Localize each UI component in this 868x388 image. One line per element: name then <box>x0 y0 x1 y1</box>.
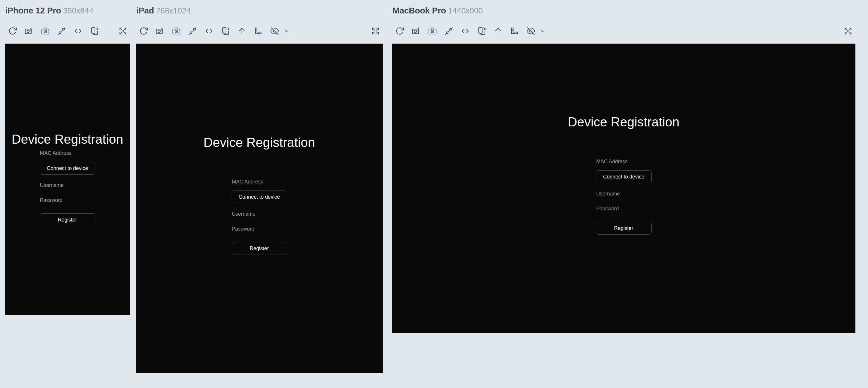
device-toolbar <box>395 26 856 36</box>
code-icon <box>206 29 212 33</box>
rotate-device-icon <box>222 28 229 34</box>
rotate-device-button[interactable] <box>90 27 99 35</box>
ruler-icon <box>255 28 261 34</box>
rotate-device-button[interactable] <box>221 27 230 35</box>
camera-button[interactable] <box>172 27 181 35</box>
fullscreen-icon <box>845 28 851 34</box>
eye-off-button[interactable] <box>526 27 535 35</box>
arrow-up-button[interactable] <box>494 27 502 35</box>
register-button[interactable]: Register <box>40 213 95 226</box>
fullscreen-button[interactable] <box>371 27 380 35</box>
eye-off-icon <box>527 28 535 35</box>
rotate-device-icon <box>92 28 98 34</box>
refresh-button[interactable] <box>139 27 148 35</box>
arrow-up-icon <box>496 28 500 34</box>
plug-icon <box>189 28 196 34</box>
device-screen: Device Registration MAC Address Connect … <box>5 43 130 315</box>
password-label: Password <box>40 197 63 203</box>
code-icon <box>462 29 468 33</box>
mac-address-label: MAC Address <box>232 179 264 185</box>
code-button[interactable] <box>205 27 214 35</box>
fullscreen-button[interactable] <box>844 27 852 35</box>
device-toolbar <box>139 26 383 36</box>
connect-to-device-button[interactable]: Connect to device <box>40 162 95 175</box>
mac-address-label: MAC Address <box>596 158 628 165</box>
eye-off-icon <box>271 28 279 35</box>
page-title: Device Registration <box>5 132 130 146</box>
plug-button[interactable] <box>188 27 197 35</box>
device-header: iPad 768x1024 <box>136 6 191 16</box>
camera-button[interactable] <box>41 27 50 35</box>
fullscreen-button[interactable] <box>119 27 127 35</box>
registration-form: MAC Address Connect to device Username P… <box>231 179 287 256</box>
camera-flash-icon <box>156 27 164 34</box>
refresh-icon <box>9 28 17 34</box>
device-panel: iPad 768x1024 Device Registration MAC Ad… <box>136 0 383 373</box>
code-icon <box>75 29 81 33</box>
more-options-button[interactable] <box>540 27 546 35</box>
rotate-device-button[interactable] <box>477 27 486 35</box>
device-panel: MacBook Pro 1440x900 Device Registration… <box>392 0 856 333</box>
ruler-button[interactable] <box>510 27 519 35</box>
connect-to-device-button[interactable]: Connect to device <box>231 190 287 203</box>
username-label: Username <box>232 211 256 217</box>
plug-button[interactable] <box>444 27 453 35</box>
refresh-button[interactable] <box>395 27 404 35</box>
device-name: iPad <box>136 6 154 16</box>
register-button[interactable]: Register <box>231 242 287 255</box>
chevron-down-icon <box>541 30 544 32</box>
registration-form: MAC Address Connect to device Username P… <box>40 150 95 227</box>
device-name: MacBook Pro <box>393 6 446 16</box>
fullscreen-icon <box>373 28 379 34</box>
camera-flash-button[interactable] <box>412 27 421 35</box>
camera-flash-icon <box>413 27 420 34</box>
chevron-down-icon <box>285 30 288 32</box>
ruler-button[interactable] <box>254 27 262 35</box>
device-screen: Device Registration MAC Address Connect … <box>136 43 383 373</box>
plug-icon <box>58 28 65 34</box>
refresh-icon <box>397 28 404 34</box>
rotate-device-icon <box>479 28 486 34</box>
camera-flash-icon <box>26 27 33 34</box>
code-button[interactable] <box>461 27 470 35</box>
register-button[interactable]: Register <box>596 222 652 235</box>
device-screen: Device Registration MAC Address Connect … <box>392 43 856 333</box>
camera-flash-button[interactable] <box>156 27 164 35</box>
device-resolution: 390x844 <box>63 6 94 16</box>
fullscreen-icon <box>120 28 126 34</box>
more-options-button[interactable] <box>284 27 289 35</box>
device-toolbar <box>8 26 130 36</box>
page-title: Device Registration <box>392 115 856 129</box>
code-button[interactable] <box>74 27 83 35</box>
device-panel: iPhone 12 Pro 390x844 Device Registratio… <box>5 0 130 315</box>
camera-icon <box>173 28 180 34</box>
camera-button[interactable] <box>428 27 437 35</box>
camera-icon <box>429 28 436 34</box>
ruler-icon <box>512 28 517 34</box>
device-resolution: 1440x900 <box>448 6 483 16</box>
mac-address-label: MAC Address <box>40 150 72 156</box>
camera-flash-button[interactable] <box>25 27 33 35</box>
device-resolution: 768x1024 <box>156 6 191 16</box>
password-label: Password <box>596 206 619 212</box>
username-label: Username <box>40 182 64 188</box>
connect-to-device-button[interactable]: Connect to device <box>596 170 652 183</box>
password-label: Password <box>232 226 254 232</box>
device-header: MacBook Pro 1440x900 <box>393 6 483 16</box>
refresh-button[interactable] <box>8 27 17 35</box>
camera-icon <box>42 28 49 34</box>
arrow-up-icon <box>240 28 244 34</box>
plug-button[interactable] <box>57 27 66 35</box>
arrow-up-button[interactable] <box>238 27 246 35</box>
eye-off-button[interactable] <box>270 27 279 35</box>
device-header: iPhone 12 Pro 390x844 <box>5 6 93 16</box>
device-name: iPhone 12 Pro <box>5 6 61 16</box>
preview-area: iPhone 12 Pro 390x844 Device Registratio… <box>0 0 868 388</box>
plug-icon <box>445 28 452 34</box>
username-label: Username <box>596 191 620 197</box>
refresh-icon <box>141 28 147 34</box>
registration-form: MAC Address Connect to device Username P… <box>596 158 652 236</box>
page-title: Device Registration <box>136 136 383 150</box>
